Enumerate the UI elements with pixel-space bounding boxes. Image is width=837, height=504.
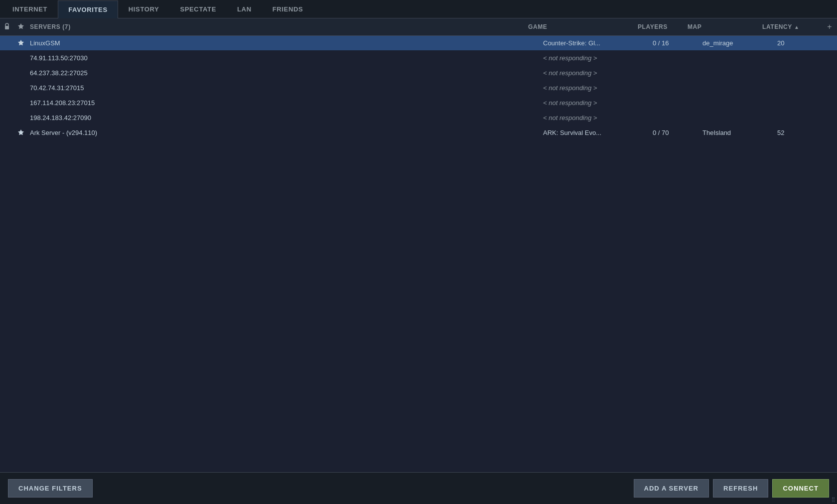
footer-left: CHANGE FILTERS xyxy=(8,479,93,498)
tab-history[interactable]: HISTORY xyxy=(118,0,170,18)
footer-right: ADD A SERVER REFRESH CONNECT xyxy=(634,479,830,498)
row-game-4: < not responding > xyxy=(543,99,653,107)
fav-icon xyxy=(18,39,24,46)
tab-spectate[interactable]: SPECTATE xyxy=(169,0,227,18)
tab-favorites[interactable]: FAVORITES xyxy=(58,0,118,18)
col-lock-header xyxy=(0,23,14,31)
row-name-2: 64.237.38.22:27025 xyxy=(28,69,543,77)
table-body: LinuxGSMCounter-Strike: Gl...0 / 16de_mi… xyxy=(0,36,837,472)
col-add-header[interactable]: + xyxy=(822,22,837,31)
row-name-3: 70.42.74.31:27015 xyxy=(28,84,543,92)
sort-arrow: ▲ xyxy=(794,24,800,30)
table-row[interactable]: 70.42.74.31:27015< not responding > xyxy=(0,81,837,96)
row-map-6: TheIsland xyxy=(702,129,777,136)
col-game-header: GAME xyxy=(528,23,638,30)
table-header: SERVERS (7) GAME PLAYERS MAP LATENCY ▲ + xyxy=(0,18,837,36)
table-row[interactable]: 64.237.38.22:27025< not responding > xyxy=(0,66,837,81)
row-name-0: LinuxGSM xyxy=(28,39,543,47)
row-game-5: < not responding > xyxy=(543,114,653,122)
fav-icon xyxy=(18,129,24,135)
row-players-0: 0 / 16 xyxy=(653,39,702,47)
tab-friends[interactable]: FRIENDS xyxy=(262,0,314,18)
footer: CHANGE FILTERS ADD A SERVER REFRESH CONN… xyxy=(0,472,837,504)
row-game-0: Counter-Strike: Gl... xyxy=(543,39,653,47)
content-area: SERVERS (7) GAME PLAYERS MAP LATENCY ▲ +… xyxy=(0,18,837,472)
table-row[interactable]: 74.91.113.50:27030< not responding > xyxy=(0,51,837,66)
svg-marker-2 xyxy=(18,40,24,45)
row-name-4: 167.114.208.23:27015 xyxy=(28,99,543,107)
row-name-1: 74.91.113.50:27030 xyxy=(28,54,543,62)
svg-marker-1 xyxy=(18,23,24,29)
row-game-2: < not responding > xyxy=(543,69,653,77)
table-row[interactable]: 198.24.183.42:27090< not responding > xyxy=(0,111,837,126)
add-server-button[interactable]: ADD A SERVER xyxy=(634,479,709,498)
tab-internet[interactable]: INTERNET xyxy=(2,0,58,18)
row-game-6: ARK: Survival Evo... xyxy=(543,129,653,136)
col-name-header: SERVERS (7) xyxy=(28,23,528,30)
col-map-header: MAP xyxy=(688,23,762,30)
svg-rect-0 xyxy=(5,26,9,29)
row-latency-0: 20 xyxy=(777,39,837,47)
tab-lan[interactable]: LAN xyxy=(227,0,262,18)
row-map-0: de_mirage xyxy=(702,39,777,47)
table-row[interactable]: LinuxGSMCounter-Strike: Gl...0 / 16de_mi… xyxy=(0,36,837,51)
row-fav-6 xyxy=(14,129,28,137)
row-players-6: 0 / 70 xyxy=(653,129,702,136)
col-fav-header xyxy=(14,23,28,31)
tabs-bar: INTERNETFAVORITESHISTORYSPECTATELANFRIEN… xyxy=(0,0,837,18)
row-game-1: < not responding > xyxy=(543,54,653,62)
col-players-header: PLAYERS xyxy=(638,23,688,30)
row-name-6: Ark Server - (v294.110) xyxy=(28,129,543,136)
svg-marker-3 xyxy=(18,129,24,135)
table-row[interactable]: 167.114.208.23:27015< not responding > xyxy=(0,96,837,111)
corner-dots: ⣿ xyxy=(832,497,835,502)
row-latency-6: 52 xyxy=(777,129,837,136)
row-name-5: 198.24.183.42:27090 xyxy=(28,114,543,122)
change-filters-button[interactable]: CHANGE FILTERS xyxy=(8,479,93,498)
table-row[interactable]: Ark Server - (v294.110)ARK: Survival Evo… xyxy=(0,126,837,140)
refresh-button[interactable]: REFRESH xyxy=(713,479,768,498)
row-game-3: < not responding > xyxy=(543,84,653,92)
connect-button[interactable]: CONNECT xyxy=(772,479,829,498)
row-fav-0 xyxy=(14,39,28,47)
col-latency-header[interactable]: LATENCY ▲ xyxy=(762,23,822,30)
